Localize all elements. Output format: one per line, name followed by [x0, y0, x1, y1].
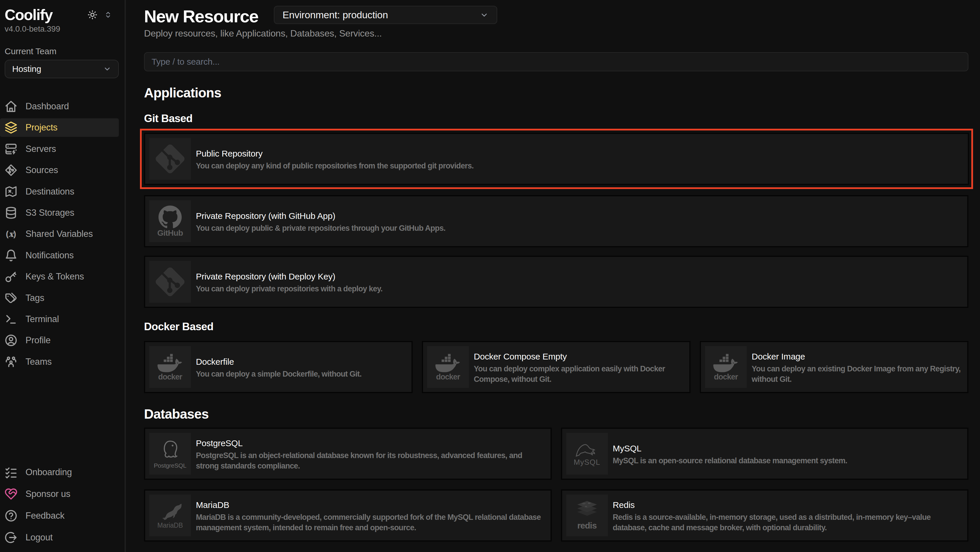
coolify-app: Coolify v4.0.0-beta.399 Current Team Hos…: [0, 0, 980, 552]
sidebar-item-projects[interactable]: Projects: [0, 118, 119, 137]
card-docker-compose-empty[interactable]: docker Docker Compose Empty You can depl…: [422, 341, 690, 393]
sidebar-item-sources[interactable]: Sources: [0, 161, 119, 179]
heart-handshake-icon: [5, 488, 17, 500]
sidebar-item-label: Onboarding: [25, 467, 72, 477]
card-text: Private Repository (with Deploy Key) You…: [196, 261, 382, 303]
environment-select[interactable]: Environment: production: [274, 6, 497, 24]
team-select-value: Hosting: [12, 64, 41, 74]
checklist-icon: [5, 466, 17, 478]
sidebar-item-label: Sources: [25, 165, 58, 175]
sidebar-item-logout[interactable]: Logout: [0, 528, 119, 547]
theme-sun-icon[interactable]: [88, 10, 97, 20]
postgresql-wordmark: PostgreSQL: [154, 463, 186, 469]
environment-select-value: Environment: production: [283, 9, 388, 21]
card-title: MariaDB: [196, 499, 547, 511]
sidebar-item-profile[interactable]: Profile: [0, 331, 119, 349]
card-description: You can deploy a simple Dockerfile, with…: [196, 369, 362, 379]
sidebar-item-teams[interactable]: Teams: [0, 353, 119, 371]
sidebar-item-destinations[interactable]: Destinations: [0, 182, 119, 201]
sidebar-item-keys-tokens[interactable]: Keys & Tokens: [0, 267, 119, 286]
card-text: Dockerfile You can deploy a simple Docke…: [196, 346, 362, 388]
docker-wordmark: docker: [158, 373, 182, 381]
docker-wordmark: docker: [714, 373, 738, 381]
sidebar-item-tags[interactable]: Tags: [0, 289, 119, 307]
sidebar-footer-nav: Onboarding Sponsor us Feedback Logout: [0, 463, 125, 552]
card-description: Redis is a source-available, in-memory s…: [613, 512, 964, 533]
redis-wordmark: redis: [577, 521, 597, 530]
sidebar-item-label: S3 Storages: [25, 207, 74, 218]
card-mariadb[interactable]: MariaDB MariaDB MariaDB is a community-d…: [144, 490, 552, 542]
card-description: You can deploy public & private reposito…: [196, 223, 445, 233]
card-redis[interactable]: redis Redis Redis is a source-available,…: [561, 490, 969, 542]
layers-icon: [5, 122, 17, 133]
git-icon: [149, 138, 191, 180]
databases-grid: PostgreSQL PostgreSQL PostgreSQL is an o…: [144, 428, 969, 542]
sidebar-item-onboarding[interactable]: Onboarding: [0, 463, 119, 482]
card-text: PostgreSQL PostgreSQL is an object-relat…: [196, 433, 547, 475]
card-dockerfile[interactable]: docker Dockerfile You can deploy a simpl…: [144, 341, 413, 393]
mysql-icon: MySQL: [566, 433, 608, 475]
card-private-repository-deploy-key[interactable]: Private Repository (with Deploy Key) You…: [144, 256, 969, 308]
sidebar-item-label: Terminal: [25, 314, 59, 324]
sidebar-item-shared-variables[interactable]: (x) Shared Variables: [0, 225, 119, 243]
brand-title: Coolify: [5, 7, 52, 22]
card-description: You can deploy private repositories with…: [196, 284, 382, 294]
sidebar-item-s3-storages[interactable]: S3 Storages: [0, 204, 119, 222]
card-mysql[interactable]: MySQL MySQL MySQL is an open-source rela…: [561, 428, 969, 480]
sidebar-item-servers[interactable]: Servers: [0, 140, 119, 158]
main-content: New Resource Environment: production Dep…: [126, 0, 980, 552]
card-description: You can deploy any kind of public reposi…: [196, 161, 474, 171]
git-icon: [149, 261, 191, 303]
logout-icon: [5, 532, 17, 543]
card-docker-image[interactable]: docker Docker Image You can deploy an ex…: [700, 341, 969, 393]
terminal-icon: [5, 313, 17, 325]
sidebar-item-label: Feedback: [25, 511, 65, 521]
database-icon: [5, 207, 17, 219]
card-title: Redis: [613, 499, 964, 511]
chevron-down-icon: [480, 11, 488, 19]
team-select[interactable]: Hosting: [5, 60, 119, 78]
help-circle-icon: [5, 510, 17, 522]
variable-icon: (x): [5, 228, 17, 240]
mysql-wordmark: MySQL: [574, 458, 600, 466]
sidebar-item-feedback[interactable]: Feedback: [0, 506, 119, 525]
card-description: MySQL is an open-source relational datab…: [613, 456, 847, 466]
card-text: Public Repository You can deploy any kin…: [196, 138, 474, 180]
card-title: Private Repository (with Deploy Key): [196, 271, 382, 282]
github-icon: GitHub: [149, 200, 191, 242]
sidebar-item-notifications[interactable]: Notifications: [0, 246, 119, 265]
git-diamond-icon: [5, 164, 17, 176]
server-icon: [5, 143, 17, 155]
mariadb-icon: MariaDB: [149, 495, 191, 536]
redis-icon: redis: [566, 495, 608, 536]
card-text: Private Repository (with GitHub App) You…: [196, 200, 445, 242]
card-text: MariaDB MariaDB is a community-developed…: [196, 495, 547, 536]
sidebar-item-label: Dashboard: [25, 101, 69, 112]
sidebar-item-terminal[interactable]: Terminal: [0, 310, 119, 329]
card-description: PostgreSQL is an object-relational datab…: [196, 450, 547, 471]
mariadb-wordmark: MariaDB: [158, 522, 183, 529]
docker-based-grid: docker Dockerfile You can deploy a simpl…: [144, 341, 969, 393]
search-input[interactable]: [144, 52, 969, 71]
tags-icon: [5, 292, 17, 304]
sidebar-nav: Dashboard Projects Servers Sources Desti…: [0, 97, 125, 371]
sidebar-item-label: Sponsor us: [25, 489, 70, 499]
version-label: v4.0.0-beta.399: [5, 24, 125, 34]
chevrons-up-down-icon[interactable]: [104, 11, 112, 19]
card-private-repository-github-app[interactable]: GitHub Private Repository (with GitHub A…: [144, 195, 969, 247]
card-title: Dockerfile: [196, 356, 362, 367]
card-postgresql[interactable]: PostgreSQL PostgreSQL PostgreSQL is an o…: [144, 428, 552, 480]
card-public-repository[interactable]: Public Repository You can deploy any kin…: [144, 133, 969, 185]
card-text: Docker Compose Empty You can deploy comp…: [474, 346, 685, 388]
sidebar-item-sponsor-us[interactable]: Sponsor us: [0, 485, 119, 503]
sidebar-item-label: Destinations: [25, 187, 74, 197]
card-description: MariaDB is a community-developed, commer…: [196, 512, 547, 533]
card-title: Private Repository (with GitHub App): [196, 211, 445, 222]
card-text: MySQL MySQL is an open-source relational…: [612, 433, 847, 475]
home-icon: [5, 101, 17, 112]
brand-row: Coolify: [5, 7, 112, 22]
sidebar-item-dashboard[interactable]: Dashboard: [0, 97, 119, 116]
docker-icon: docker: [149, 346, 191, 388]
card-description: You can deploy complex application easil…: [474, 364, 685, 384]
docker-icon: docker: [427, 346, 469, 388]
